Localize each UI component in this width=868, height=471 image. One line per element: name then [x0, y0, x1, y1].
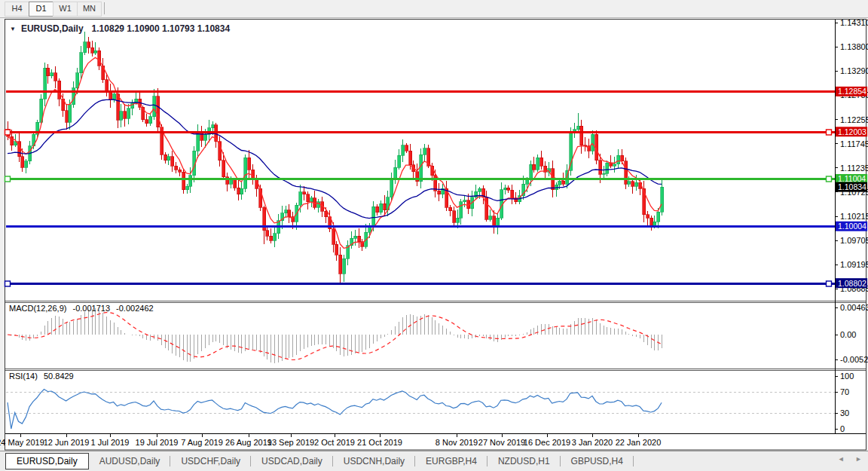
candle-body: [653, 222, 656, 225]
candle-body: [635, 182, 638, 186]
candle-body: [339, 255, 342, 274]
candle-body: [124, 112, 127, 118]
candle-body: [603, 173, 606, 174]
line-handle[interactable]: [5, 176, 11, 182]
candle-body: [248, 158, 251, 170]
candle-body: [354, 236, 357, 238]
line-handle[interactable]: [5, 130, 11, 135]
timeframe-toolbar: H4D1W1MN: [0, 0, 868, 18]
candle-body: [657, 212, 660, 222]
symbol-dropdown-icon[interactable]: ▼: [10, 26, 16, 32]
candle-body: [646, 215, 649, 218]
x-axis-date-label: 16 Dec 2019: [524, 438, 570, 447]
chart-symbol-label: EURUSD,Daily: [21, 23, 84, 34]
candle-body: [380, 203, 383, 212]
line-handle[interactable]: [827, 281, 832, 286]
candle-body: [270, 236, 273, 240]
candle-body: [76, 73, 79, 88]
tab-scroll-arrows: ◄ ►: [829, 455, 862, 463]
candle-body: [562, 181, 565, 184]
x-axis-date-label: 1 Jul 2019: [91, 438, 130, 447]
candle-body: [120, 112, 123, 120]
candle-body: [650, 218, 653, 225]
rsi-axis-tick-label: 0: [840, 424, 845, 433]
candle-body: [222, 161, 225, 177]
candle-body: [591, 134, 594, 151]
candle-body: [11, 136, 14, 145]
candle-body: [325, 211, 328, 217]
candle-body: [288, 210, 291, 217]
price-badge-label: 1.12003: [838, 127, 866, 136]
candle-body: [299, 192, 302, 206]
chart-tab-usdchf[interactable]: USDCHF,Daily: [170, 451, 251, 471]
candle-body: [453, 211, 456, 223]
chart-tab-nzdusd[interactable]: NZDUSD,H1: [487, 451, 561, 471]
candle-body: [84, 42, 87, 53]
y-axis-tick-label: 1.09705: [840, 236, 868, 245]
chart-tab-eurusd[interactable]: EURUSD,Daily: [5, 453, 89, 469]
candle-body: [606, 163, 609, 173]
candle-body: [661, 187, 664, 212]
candle-body: [457, 218, 460, 222]
timeframe-button-mn[interactable]: MN: [77, 2, 102, 17]
timeframe-button-h4[interactable]: H4: [5, 2, 29, 17]
candle-body: [599, 161, 602, 175]
timeframe-button-w1[interactable]: W1: [53, 2, 78, 17]
rsi-axis-tick-label: 30: [840, 408, 849, 417]
candle-body: [25, 161, 28, 167]
macd-axis-tick-label: -0.005299: [840, 355, 868, 364]
line-handle[interactable]: [827, 130, 832, 135]
candle-body: [179, 170, 182, 172]
candle-body: [21, 157, 24, 167]
candle-body: [530, 164, 533, 180]
tab-scroll-right-button[interactable]: ►: [855, 455, 862, 463]
y-axis-tick-label: 1.12255: [840, 115, 868, 124]
x-axis-date-label: 8 Nov 2019: [436, 438, 478, 447]
y-axis-tick-label: 1.13290: [840, 66, 868, 75]
chart-tab-audusd[interactable]: AUDUSD,Daily: [89, 451, 171, 471]
chart-tab-gbpusd[interactable]: GBPUSD,H4: [561, 451, 634, 471]
candle-body: [175, 166, 178, 170]
candle-body: [58, 81, 61, 99]
chart-canvas[interactable]: 1.143101.138001.132901.127801.122551.117…: [0, 0, 868, 471]
x-axis-date-label: 27 Nov 2019: [478, 438, 525, 447]
candle-body: [511, 190, 514, 198]
rsi-name: RSI(14): [9, 372, 38, 381]
candle-body: [409, 151, 412, 165]
candle-body: [533, 164, 536, 170]
x-axis-date-label: 13 Sep 2019: [267, 438, 314, 447]
chart-tab-usdcnh[interactable]: USDCNH,Daily: [333, 451, 415, 471]
timeframe-button-d1[interactable]: D1: [29, 2, 53, 17]
candle-body: [390, 179, 393, 197]
candle-body: [204, 134, 207, 140]
candle-body: [438, 191, 441, 194]
candle-body: [266, 231, 269, 237]
chart-tab-usdcad[interactable]: USDCAD,Daily: [251, 451, 333, 471]
candle-body: [628, 182, 631, 184]
candle-body: [186, 186, 189, 189]
line-handle[interactable]: [827, 176, 832, 182]
candle-body: [117, 94, 120, 121]
chart-tab-bar: EURUSD,DailyAUDUSD,DailyUSDCHF,DailyUSDC…: [0, 451, 868, 471]
candle-body: [54, 73, 57, 81]
candle-body: [504, 188, 507, 190]
candle-body: [69, 105, 72, 123]
line-handle[interactable]: [5, 281, 11, 286]
y-axis-tick-label: 1.11745: [840, 139, 868, 148]
price-badge-label: 1.10834: [838, 182, 866, 191]
rsi-axis-tick-label: 70: [840, 387, 849, 396]
candle-body: [489, 216, 492, 219]
candle-body: [577, 126, 580, 129]
chart-tab-eurgbp[interactable]: EURGBP,H4: [415, 451, 487, 471]
candle-body: [230, 180, 233, 184]
x-axis-date-label: 2 Oct 2019: [314, 438, 355, 447]
macd-axis-tick-label: 0.00463: [840, 303, 868, 312]
candle-body: [405, 145, 408, 151]
candle-body: [358, 236, 361, 242]
candle-body: [127, 109, 130, 119]
macd-indicator-label: MACD(12,26,9) -0.001713 -0.002462: [9, 304, 154, 313]
candle-body: [189, 176, 192, 186]
tab-scroll-left-button[interactable]: ◄: [838, 455, 845, 463]
x-axis-date-label: 3 Jan 2020: [572, 438, 613, 447]
candle-body: [460, 202, 463, 218]
